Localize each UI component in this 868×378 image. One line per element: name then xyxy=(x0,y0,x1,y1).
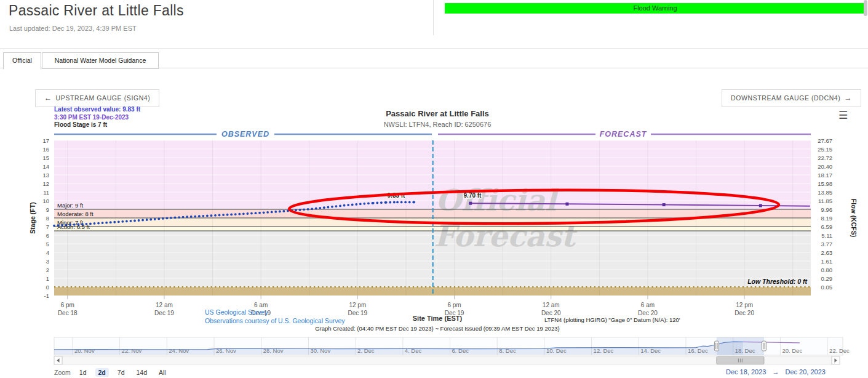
zoom-bar: Zoom1d2d7d14dAll xyxy=(54,368,169,377)
range-from-input[interactable]: Dec 18, 2023 xyxy=(726,368,766,376)
observed-data-point xyxy=(210,214,213,217)
stage-tick-label: 13 xyxy=(42,172,49,179)
observed-data-point xyxy=(347,204,349,206)
observed-data-point xyxy=(133,220,136,222)
observed-data-point xyxy=(157,218,160,220)
observed-data-point xyxy=(343,204,346,207)
zoom-1d-button[interactable]: 1d xyxy=(76,368,90,377)
observed-data-point xyxy=(307,208,309,211)
observed-data-point xyxy=(113,221,116,223)
navigator-date-label: 20. Dec xyxy=(782,347,802,354)
forecast-section-label: FORECAST xyxy=(600,130,647,139)
flow-tick-label: 0.05 xyxy=(821,284,833,291)
flow-tick-label: 6.59 xyxy=(821,223,833,230)
navigator-handle-left[interactable] xyxy=(714,341,719,351)
range-arrow-icon: → xyxy=(772,368,779,376)
observed-data-point xyxy=(166,217,169,220)
stage-tick-label: -1 xyxy=(44,292,49,299)
zoom-all-button[interactable]: All xyxy=(156,368,169,377)
observed-data-point xyxy=(154,218,156,220)
observed-data-point xyxy=(81,223,84,225)
flow-tick-label: 15.98 xyxy=(818,180,832,187)
observed-data-point xyxy=(121,220,124,223)
observed-data-point xyxy=(311,207,313,210)
navigator-date-label: 22. Dec xyxy=(829,347,850,354)
observed-data-point xyxy=(218,214,221,217)
range-to-input[interactable]: Dec 20, 2023 xyxy=(785,368,825,376)
navigator-selected-window[interactable] xyxy=(717,337,764,355)
stage-tick-label: 5 xyxy=(46,241,49,247)
observed-data-point xyxy=(53,225,55,227)
stage-tick-label: 16 xyxy=(42,146,49,153)
low-threshold-label: Low Threshold: 0 ft xyxy=(747,278,807,285)
observed-data-point xyxy=(89,222,92,225)
observed-data-point xyxy=(404,201,407,203)
observed-data-point xyxy=(190,215,193,218)
observed-data-point xyxy=(149,219,152,221)
stage-tick-label: 14 xyxy=(42,163,49,170)
stage-tick-label: 6 xyxy=(46,232,49,239)
flow-tick-label: 2.63 xyxy=(821,249,833,256)
observed-data-point xyxy=(86,223,88,225)
observed-data-point xyxy=(214,214,217,217)
forecast-marker xyxy=(565,203,568,206)
flow-tick-label: 9.96 xyxy=(821,206,833,213)
observed-data-point xyxy=(94,222,96,225)
observed-data-point xyxy=(380,201,383,204)
x-axis-title: Site Time (EST) xyxy=(0,315,868,322)
observed-data-point xyxy=(194,215,196,218)
zoom-2d-button[interactable]: 2d xyxy=(95,368,109,377)
flow-tick-label: 13.85 xyxy=(818,189,832,196)
observed-data-point xyxy=(186,215,188,218)
observed-data-point xyxy=(77,223,79,226)
observed-data-point xyxy=(61,224,63,227)
observed-data-point xyxy=(396,201,399,203)
observed-data-point xyxy=(125,220,128,222)
observed-data-point xyxy=(222,214,225,216)
graph-created-note: Graph Created: (04:40 PM EST Dec 19 2023… xyxy=(0,325,868,332)
flow-tick-label: 5.11 xyxy=(821,232,832,239)
observed-data-point xyxy=(202,215,204,217)
stage-tick-label: 12 xyxy=(42,180,49,187)
observed-data-point xyxy=(97,222,100,225)
observed-data-point xyxy=(359,203,362,205)
x-tick-time-label: 12 pm xyxy=(736,302,753,308)
observed-data-point xyxy=(331,206,333,208)
navigator-handle-right[interactable] xyxy=(762,341,766,351)
observed-data-point xyxy=(238,213,241,215)
datum-note: LTFN4 (plotting HGIRG) "Gage 0" Datum (N… xyxy=(544,316,680,323)
observed-data-point xyxy=(230,214,233,216)
observed-data-point xyxy=(138,219,140,222)
threshold-label: Major: 9 ft xyxy=(57,202,84,209)
tab-national-water-model-guidance[interactable]: National Water Model Guidance xyxy=(42,52,159,69)
observed-data-point xyxy=(279,211,281,213)
zoom-7d-button[interactable]: 7d xyxy=(114,368,128,377)
flow-tick-label: 0.80 xyxy=(821,267,833,273)
x-tick-time-label: 12 am xyxy=(543,302,560,308)
observed-data-point xyxy=(315,207,317,210)
observed-data-point xyxy=(234,213,237,215)
observed-data-point xyxy=(57,224,60,227)
zoom-label: Zoom xyxy=(54,369,71,376)
observed-data-point xyxy=(117,220,120,223)
observed-data-point xyxy=(274,211,277,213)
stage-tick-label: 17 xyxy=(42,137,49,144)
observed-data-point xyxy=(174,217,177,219)
observed-data-point xyxy=(351,204,354,206)
date-range: Dec 18, 2023→Dec 20, 2023 xyxy=(726,368,826,376)
stage-tick-label: 8 xyxy=(46,215,49,222)
observed-data-point xyxy=(335,205,338,207)
stage-tick-label: 1 xyxy=(46,275,49,282)
forecast-start-datalabel: 9.70 ft xyxy=(464,192,482,199)
observed-data-point xyxy=(339,205,341,207)
stage-tick-label: 15 xyxy=(42,155,49,161)
scrollbar-track[interactable] xyxy=(62,356,832,364)
zoom-14d-button[interactable]: 14d xyxy=(133,368,150,377)
observed-data-point xyxy=(400,201,403,203)
threshold-label: Moderate: 8 ft xyxy=(57,211,94,217)
tab-official[interactable]: Official xyxy=(3,52,41,70)
observed-data-point xyxy=(109,221,112,223)
observed-data-point xyxy=(263,211,265,214)
observed-data-point xyxy=(372,202,375,204)
observed-data-point xyxy=(363,203,365,205)
